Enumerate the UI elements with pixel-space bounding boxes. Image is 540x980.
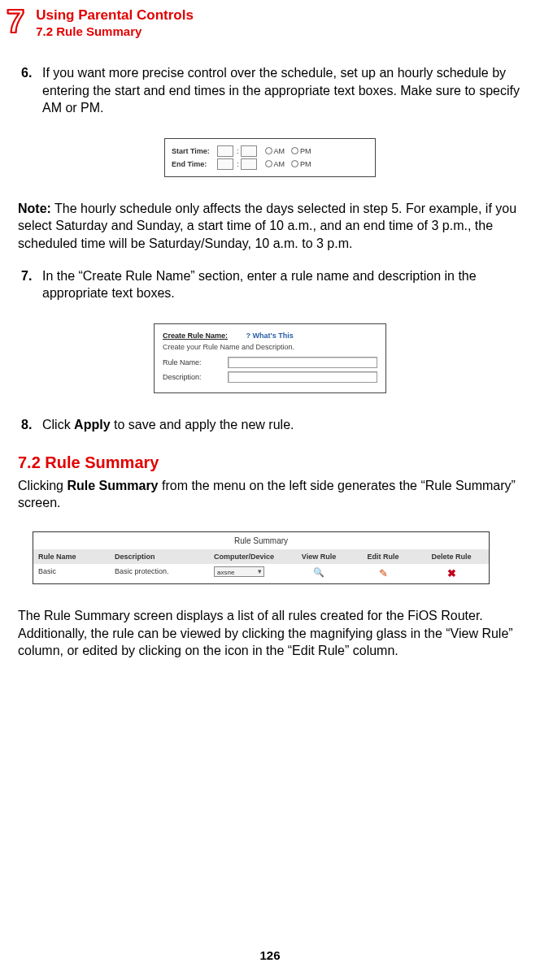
time-colon: : [237,159,239,169]
note-label: Note: [18,202,51,215]
apply-word: Apply [74,418,110,431]
figure-create-rule-name: Create Rule Name: ? What's This Create y… [154,323,386,393]
start-pm-radio[interactable] [291,147,298,154]
figure-rule-summary: Rule Summary Rule Name Description Compu… [33,531,490,584]
col-edit-rule: Edit Rule [352,549,414,564]
whats-this-link[interactable]: ? What's This [246,332,294,340]
am-label: AM [274,159,285,169]
page-number: 126 [0,947,540,964]
rule-desc-label: Description: [163,372,228,382]
pm-label: PM [300,159,311,169]
table-row: Basic Basic protection. axsne 🔍 ✎ ✖ [33,564,489,583]
note-block: Note: The hourly schedule only affects t… [18,200,522,253]
step-number: 8. [21,416,42,434]
col-description: Description [110,549,209,564]
header-subtitle: 7.2 Rule Summary [36,24,194,40]
start-am-radio[interactable] [265,147,272,154]
magnifier-icon[interactable]: 🔍 [313,567,324,577]
chapter-number: 7 [7,7,24,36]
step-number: 6. [21,64,42,117]
edit-icon[interactable]: ✎ [379,567,388,579]
outro-paragraph: The Rule Summary screen displays a list … [18,607,522,660]
time-colon: : [237,146,239,156]
step-body: If you want more precise control over th… [42,64,522,117]
am-label: AM [274,146,285,156]
step-number: 7. [21,267,42,302]
cell-description: Basic protection. [110,564,209,583]
cell-rule-name: Basic [33,564,110,583]
create-rule-title: Create Rule Name: [163,331,228,340]
note-text: The hourly schedule only affects the day… [18,202,516,250]
start-time-label: Start Time: [172,146,217,156]
device-value: axsne [215,569,234,576]
cell-device: axsne [209,564,285,583]
end-hour-input[interactable] [217,158,233,170]
device-dropdown[interactable]: axsne [214,566,264,577]
step-7: 7. In the “Create Rule Name” section, en… [18,267,522,302]
end-am-radio[interactable] [265,160,272,167]
step8-pre: Click [42,418,74,431]
pm-label: PM [300,146,311,156]
step-6: 6. If you want more precise control over… [18,64,522,117]
create-rule-subtext: Create your Rule Name and Description. [163,342,377,352]
rule-desc-input[interactable] [228,371,377,383]
intro-bold: Rule Summary [67,479,158,492]
figure-schedule-times: Start Time: : AM PM End Time: : AM [164,138,376,177]
intro-pre: Clicking [18,479,67,492]
page-header: 7 Using Parental Controls 7.2 Rule Summa… [0,0,540,40]
table-header-row: Rule Name Description Computer/Device Vi… [33,549,489,564]
step-body: Click Apply to save and apply the new ru… [42,416,522,434]
rule-summary-title: Rule Summary [33,532,489,550]
col-rule-name: Rule Name [33,549,110,564]
col-device: Computer/Device [209,549,285,564]
rule-name-label: Rule Name: [163,358,228,367]
step-body: In the “Create Rule Name” section, enter… [42,267,522,302]
end-pm-radio[interactable] [291,160,298,167]
col-view-rule: View Rule [285,549,352,564]
delete-icon[interactable]: ✖ [447,567,456,579]
start-hour-input[interactable] [217,145,233,157]
step-8: 8. Click Apply to save and apply the new… [18,416,522,434]
step8-post: to save and apply the new rule. [111,418,294,431]
whats-this-text: What's This [253,332,294,340]
section-intro: Clicking Rule Summary from the menu on t… [18,477,522,512]
rule-name-input[interactable] [228,357,377,368]
col-delete-rule: Delete Rule [414,549,489,564]
header-title: Using Parental Controls [36,8,194,24]
end-time-label: End Time: [172,159,217,169]
section-heading-7-2: 7.2 Rule Summary [18,452,522,474]
end-min-input[interactable] [241,158,257,170]
start-min-input[interactable] [241,145,257,157]
